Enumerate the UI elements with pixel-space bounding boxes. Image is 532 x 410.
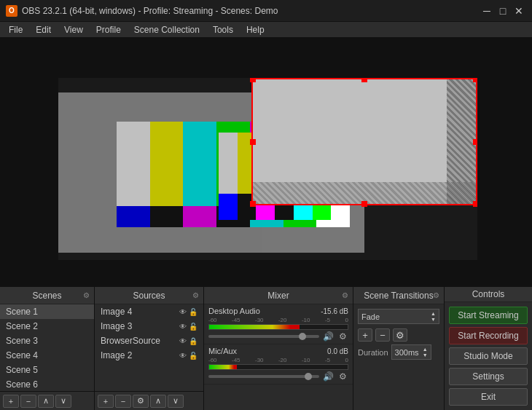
- transition-remove-button[interactable]: −: [375, 328, 390, 342]
- source-item-2[interactable]: Image 3👁🔓: [95, 319, 203, 334]
- exit-button[interactable]: Exit: [449, 388, 528, 406]
- duration-down-icon: ▼: [423, 352, 428, 358]
- sources-down-button[interactable]: ∨: [168, 395, 184, 408]
- duration-up-icon: ▲: [423, 347, 428, 352]
- volume-slider[interactable]: [208, 335, 319, 338]
- transition-buttons-row: + − ⚙: [358, 328, 439, 342]
- scenes-panel-icon[interactable]: ⚙: [83, 291, 90, 299]
- preview-canvas[interactable]: [0, 38, 532, 285]
- sources-add-button[interactable]: +: [98, 395, 114, 408]
- scene-item-5[interactable]: Scene 5: [0, 363, 94, 377]
- duration-chevrons: ▲ ▼: [423, 347, 428, 358]
- meter-labels: -60-45-30-20-10-50: [208, 317, 348, 324]
- mixer-track-1: Desktop Audio -15.6 dB -60-45-30-20-10-5…: [204, 304, 353, 344]
- controls-content: Start StreamingStart RecordingStudio Mod…: [445, 302, 532, 410]
- track-controls: 🔊 ⚙: [208, 331, 348, 342]
- scene-item-4[interactable]: Scene 4: [0, 348, 94, 363]
- scenes-toolbar: + − ∧ ∨: [0, 391, 94, 410]
- title-bar-left: O OBS 23.2.1 (64-bit, windows) - Profile…: [6, 5, 278, 17]
- source-name: BrowserSource: [101, 336, 160, 346]
- track-header: Desktop Audio -15.6 dB: [208, 307, 348, 315]
- handle-bc[interactable]: [361, 201, 367, 207]
- letterbox-bottom: [0, 260, 532, 285]
- menu-item-help[interactable]: Help: [240, 23, 270, 36]
- mixer-panel: Mixer ⚙ Desktop Audio -15.6 dB -60-45-30…: [204, 287, 353, 410]
- scenes-add-button[interactable]: +: [3, 395, 19, 408]
- controls-panel: Controls Start StreamingStart RecordingS…: [445, 287, 532, 410]
- minimize-button[interactable]: ─: [480, 4, 494, 18]
- sources-remove-button[interactable]: −: [115, 395, 131, 408]
- settings-icon[interactable]: ⚙: [337, 371, 348, 382]
- source-item-4[interactable]: Image 2👁🔓: [95, 348, 203, 363]
- settings-icon[interactable]: ⚙: [337, 331, 348, 342]
- mixer-panel-icon[interactable]: ⚙: [342, 291, 348, 299]
- lock-icon[interactable]: 🔒: [189, 337, 197, 345]
- scene-item-6[interactable]: Scene 6: [0, 377, 94, 391]
- mute-icon[interactable]: 🔊: [322, 331, 334, 342]
- duration-input[interactable]: 300ms ▲ ▼: [391, 344, 431, 360]
- start-streaming-button[interactable]: Start Streaming: [449, 307, 528, 324]
- eye-icon[interactable]: 👁: [179, 337, 187, 345]
- slider-thumb[interactable]: [305, 373, 312, 380]
- scenes-panel-header: Scenes ⚙: [0, 287, 94, 304]
- transition-select[interactable]: Fade ▲ ▼: [358, 309, 439, 324]
- sources-panel-icon[interactable]: ⚙: [192, 291, 199, 299]
- eye-icon[interactable]: 👁: [179, 352, 187, 360]
- transitions-panel-icon[interactable]: ⚙: [433, 291, 439, 299]
- selected-source-inner: [253, 79, 476, 204]
- lock-icon[interactable]: 🔓: [189, 323, 197, 331]
- sources-list: Image 4👁🔓Image 3👁🔓BrowserSource👁🔒Image 2…: [95, 304, 203, 391]
- studio-mode-button[interactable]: Studio Mode: [449, 347, 528, 365]
- source-item-1[interactable]: Image 4👁🔓: [95, 304, 203, 319]
- sources-up-button[interactable]: ∧: [150, 395, 166, 408]
- window-title: OBS 23.2.1 (64-bit, windows) - Profile: …: [22, 6, 278, 16]
- lock-icon[interactable]: 🔓: [189, 352, 197, 360]
- transition-add-button[interactable]: +: [358, 328, 372, 342]
- scenes-up-button[interactable]: ∧: [38, 395, 54, 408]
- handle-bl[interactable]: [250, 201, 256, 207]
- source-icons: 👁🔓: [179, 323, 197, 331]
- menu-item-scene-collection[interactable]: Scene Collection: [128, 23, 206, 36]
- settings-button[interactable]: Settings: [449, 368, 528, 385]
- sources-panel-header: Sources ⚙: [95, 287, 203, 304]
- scene-item-2[interactable]: Scene 2: [0, 319, 94, 334]
- source-icons: 👁🔓: [179, 308, 197, 316]
- menu-item-edit[interactable]: Edit: [30, 23, 57, 36]
- scenes-down-button[interactable]: ∨: [55, 395, 71, 408]
- sources-settings-button[interactable]: ⚙: [133, 395, 149, 408]
- eye-icon[interactable]: 👁: [179, 323, 187, 331]
- duration-row: Duration 300ms ▲ ▼: [358, 344, 439, 360]
- close-button[interactable]: ✕: [512, 4, 526, 18]
- menu-item-file[interactable]: File: [3, 23, 28, 36]
- menu-item-tools[interactable]: Tools: [207, 23, 239, 36]
- volume-bar: [208, 364, 348, 370]
- start-recording-button[interactable]: Start Recording: [449, 327, 528, 344]
- scenes-remove-button[interactable]: −: [20, 395, 36, 408]
- scene-item-1[interactable]: Scene 1: [0, 304, 94, 319]
- app-icon: O: [6, 5, 17, 17]
- scene-item-3[interactable]: Scene 3: [0, 334, 94, 348]
- menu-item-profile[interactable]: Profile: [90, 23, 127, 36]
- selected-source[interactable]: [251, 78, 477, 205]
- mixer-content: Desktop Audio -15.6 dB -60-45-30-20-10-5…: [204, 304, 353, 410]
- slider-thumb[interactable]: [299, 333, 306, 340]
- source-icons: 👁🔓: [179, 352, 197, 360]
- letterbox-right: [477, 38, 532, 285]
- maximize-button[interactable]: □: [496, 4, 510, 18]
- meter-labels: -60-45-30-20-10-50: [208, 357, 348, 364]
- mute-icon[interactable]: 🔊: [322, 371, 334, 382]
- volume-slider[interactable]: [208, 375, 319, 378]
- handle-ml[interactable]: [250, 139, 256, 145]
- eye-icon[interactable]: 👁: [179, 308, 187, 316]
- transitions-panel-header: Scene Transitions ⚙: [353, 287, 444, 304]
- source-item-3[interactable]: BrowserSource👁🔒: [95, 334, 203, 348]
- menu-bar: FileEditViewProfileScene CollectionTools…: [0, 22, 532, 38]
- sources-toolbar: + − ⚙ ∧ ∨: [95, 391, 203, 410]
- preview-area: [0, 38, 532, 285]
- menu-item-view[interactable]: View: [58, 23, 89, 36]
- lock-icon[interactable]: 🔓: [189, 308, 197, 316]
- track-controls: 🔊 ⚙: [208, 371, 348, 382]
- track-db: -15.6 dB: [321, 307, 348, 315]
- transitions-panel: Scene Transitions ⚙ Fade ▲ ▼ + − ⚙ Durat…: [353, 287, 445, 410]
- transition-config-button[interactable]: ⚙: [393, 328, 407, 342]
